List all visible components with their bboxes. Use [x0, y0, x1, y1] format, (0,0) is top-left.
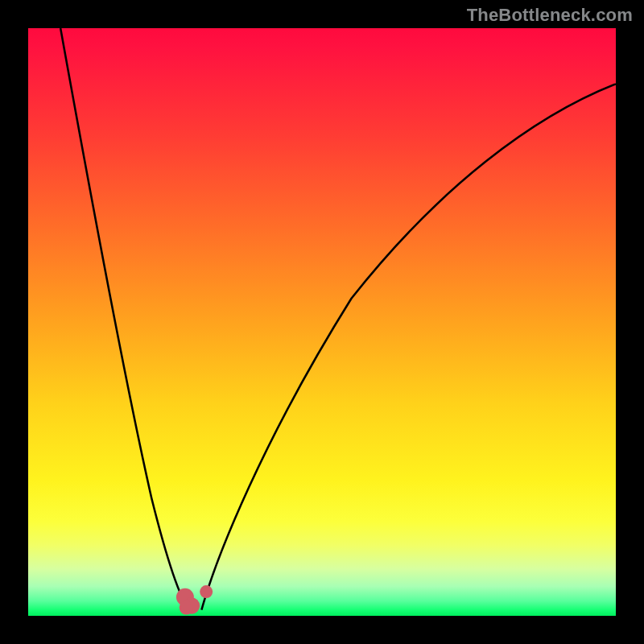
- optimum-marker: [180, 601, 194, 615]
- optimum-marker-group: [176, 585, 213, 615]
- left-curve: [60, 28, 190, 611]
- chart-frame: TheBottleneck.com: [0, 0, 644, 644]
- optimum-marker: [200, 585, 213, 598]
- right-curve: [201, 84, 616, 609]
- chart-plot-area: [28, 28, 616, 616]
- chart-curves-svg: [28, 28, 616, 616]
- watermark-label: TheBottleneck.com: [467, 5, 633, 26]
